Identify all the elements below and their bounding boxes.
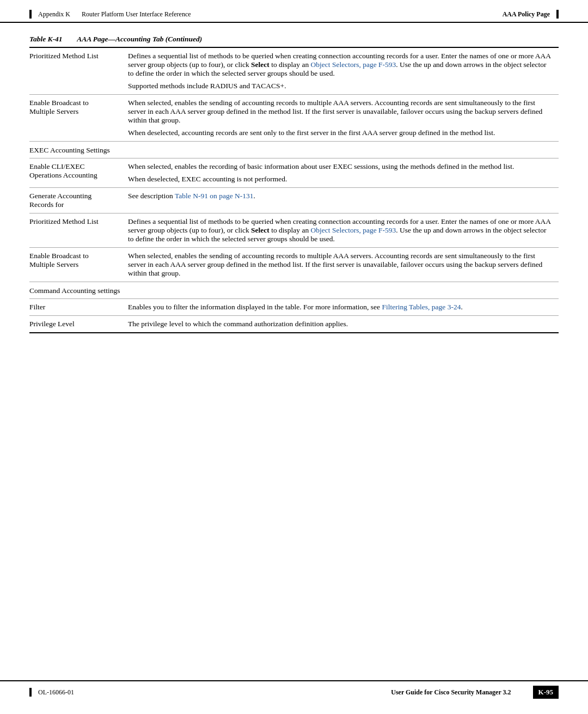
section-label: Command Accounting settings xyxy=(29,282,559,299)
section-row: EXEC Accounting Settings xyxy=(29,142,559,158)
table-row: FilterEnables you to filter the informat… xyxy=(29,299,559,316)
footer-bar-left-icon xyxy=(29,688,32,697)
header-chapter-title: Router Platform User Interface Reference xyxy=(82,10,191,19)
row-description: When selected, enables the sending of ac… xyxy=(125,248,559,282)
header-right: AAA Policy Page xyxy=(503,10,559,19)
header-section-title: AAA Policy Page xyxy=(503,10,550,19)
row-label: Generate Accounting Records for xyxy=(29,188,125,213)
table-row: Enable Broadcast to Multiple ServersWhen… xyxy=(29,95,559,142)
bold-select: Select xyxy=(251,60,270,69)
main-table: Prioritized Method ListDefines a sequent… xyxy=(29,48,559,333)
page-header: Appendix K Router Platform User Interfac… xyxy=(0,0,588,23)
table-title: Table K-41 AAA Page—Accounting Tab (Cont… xyxy=(29,35,559,48)
row-label: Enable Broadcast to Multiple Servers xyxy=(29,248,125,282)
row-description: See description Table N-91 on page N-131… xyxy=(125,188,559,213)
row-label: Enable CLI/EXEC Operations Accounting xyxy=(29,158,125,188)
row-description: Enables you to filter the information di… xyxy=(125,299,559,316)
section-label: EXEC Accounting Settings xyxy=(29,142,559,158)
page-footer: OL-16066-01 User Guide for Cisco Securit… xyxy=(0,680,588,699)
doc-link[interactable]: Object Selectors, page F-593 xyxy=(311,60,396,69)
header-bar-right-icon xyxy=(556,10,559,19)
row-description: When selected, enables the recording of … xyxy=(125,158,559,188)
bold-select: Select xyxy=(251,226,270,234)
main-content: Table K-41 AAA Page—Accounting Tab (Cont… xyxy=(0,23,588,377)
row-description: Defines a sequential list of methods to … xyxy=(125,213,559,248)
header-left: Appendix K Router Platform User Interfac… xyxy=(29,10,191,19)
section-row: Command Accounting settings xyxy=(29,282,559,299)
row-label: Prioritized Method List xyxy=(29,48,125,95)
footer-page-number: K-95 xyxy=(533,686,559,699)
table-row: Prioritized Method ListDefines a sequent… xyxy=(29,48,559,95)
footer-center: User Guide for Cisco Security Manager 3.… xyxy=(74,688,533,697)
doc-link[interactable]: Table N-91 on page N-131 xyxy=(175,192,254,200)
table-row: Privilege LevelThe privilege level to wh… xyxy=(29,316,559,333)
table-row: Enable Broadcast to Multiple ServersWhen… xyxy=(29,248,559,282)
row-description: When selected, enables the sending of ac… xyxy=(125,95,559,142)
doc-link[interactable]: Object Selectors, page F-593 xyxy=(311,226,396,234)
header-appendix-label: Appendix K xyxy=(38,10,70,19)
row-description: The privilege level to which the command… xyxy=(125,316,559,333)
table-number: Table K-41 xyxy=(29,35,63,43)
row-description: Defines a sequential list of methods to … xyxy=(125,48,559,95)
table-row: Generate Accounting Records forSee descr… xyxy=(29,188,559,213)
table-row: Enable CLI/EXEC Operations AccountingWhe… xyxy=(29,158,559,188)
footer-left: OL-16066-01 xyxy=(29,688,74,697)
footer-doc-number: OL-16066-01 xyxy=(38,688,74,697)
table-row: Prioritized Method ListDefines a sequent… xyxy=(29,213,559,248)
header-bar-left-icon xyxy=(29,10,32,19)
doc-link[interactable]: Filtering Tables, page 3-24 xyxy=(382,303,461,311)
page: Appendix K Router Platform User Interfac… xyxy=(0,0,588,714)
row-label: Privilege Level xyxy=(29,316,125,333)
row-label: Enable Broadcast to Multiple Servers xyxy=(29,95,125,142)
row-label: Filter xyxy=(29,299,125,316)
table-subtitle: AAA Page—Accounting Tab (Continued) xyxy=(77,35,202,43)
row-label: Prioritized Method List xyxy=(29,213,125,248)
footer-guide-title: User Guide for Cisco Security Manager 3.… xyxy=(391,688,511,696)
